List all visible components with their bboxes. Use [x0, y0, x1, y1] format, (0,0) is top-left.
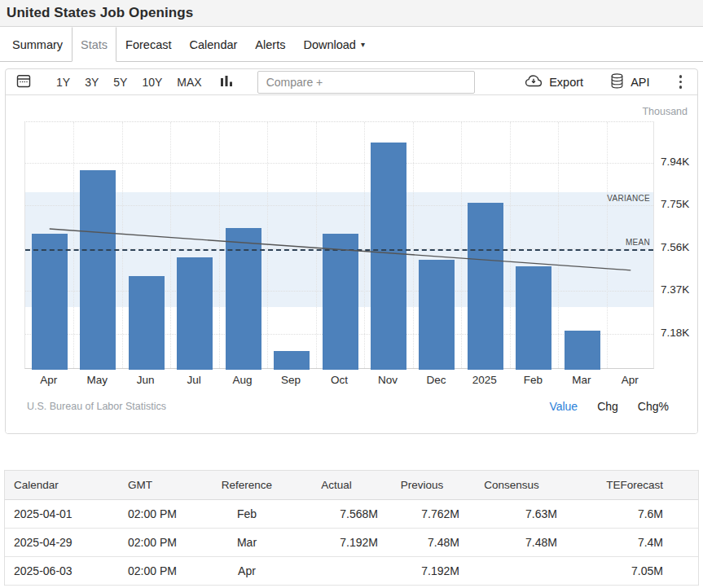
table-cell: Mar [205, 536, 295, 549]
tab-download[interactable]: Download▾ [294, 27, 374, 61]
page-title: United States Job Openings [7, 5, 193, 21]
tab-label: Alerts [255, 38, 285, 51]
calendar-icon [15, 72, 32, 91]
tab-bar: SummaryStatsForecastCalendarAlertsDownlo… [0, 27, 703, 62]
range-buttons: 1Y3Y5Y10YMAX [56, 76, 202, 89]
chart-footer: U.S. Bureau of Labor Statistics ValueChg… [27, 400, 669, 413]
cloud-download-icon [524, 72, 543, 91]
table-cell: 2025-06-03 [14, 564, 128, 577]
range-button-10y[interactable]: 10Y [142, 76, 162, 89]
y-tick-label: 7.18K [661, 327, 689, 339]
calendar-table: CalendarGMTReferenceActualPreviousConsen… [4, 470, 699, 586]
y-tick-label: 7.75K [661, 198, 689, 210]
tab-label: Summary [12, 38, 63, 51]
table-cell: 7.192M [295, 536, 384, 549]
table-header-cell: Reference [205, 479, 295, 491]
export-label: Export [549, 76, 583, 89]
tab-forecast[interactable]: Forecast [116, 27, 180, 61]
mode-link-value[interactable]: Value [549, 400, 578, 413]
table-header-row: CalendarGMTReferenceActualPreviousConsen… [5, 471, 698, 500]
chart-card: 1Y3Y5Y10YMAX Export [5, 68, 698, 434]
range-button-3y[interactable]: 3Y [85, 76, 99, 89]
x-label-feb: Feb [509, 374, 557, 386]
more-options-button[interactable] [676, 73, 686, 90]
chart-type-button[interactable] [220, 73, 233, 91]
range-button-1y[interactable]: 1Y [56, 76, 70, 89]
table-header-cell: GMT [128, 479, 205, 491]
y-tick-label: 7.56K [661, 241, 689, 253]
bar-chart-icon [220, 73, 233, 91]
mode-link-chgpct[interactable]: Chg% [638, 400, 669, 413]
tab-label: Calendar [190, 38, 238, 51]
x-label-oct: Oct [315, 374, 363, 386]
axis-unit-label: Thousand [642, 106, 688, 117]
range-button-5y[interactable]: 5Y [113, 76, 127, 89]
compare-input[interactable] [257, 71, 475, 94]
x-label-dec: Dec [412, 374, 460, 386]
api-button[interactable]: API [609, 72, 649, 92]
chart-toolbar: 1Y3Y5Y10YMAX Export [6, 69, 697, 95]
tab-label: Stats [81, 38, 108, 51]
date-range-picker-button[interactable] [15, 72, 32, 91]
table-cell: 02:00 PM [128, 564, 205, 577]
x-label-apr: Apr [24, 374, 72, 386]
kebab-icon [679, 75, 683, 89]
x-label-mar: Mar [557, 374, 605, 386]
source-attribution: U.S. Bureau of Labor Statistics [27, 401, 166, 412]
x-label-may: May [72, 374, 121, 386]
tab-stats[interactable]: Stats [72, 27, 116, 62]
x-label-jun: Jun [121, 374, 169, 386]
table-cell: 7.568M [295, 507, 384, 520]
table-row: 2025-04-2902:00 PMMar7.192M7.48M7.48M7.4… [5, 529, 698, 557]
table-cell: 2025-04-29 [14, 536, 128, 549]
table-cell: 7.63M [466, 507, 564, 520]
table-cell: 7.48M [466, 536, 564, 549]
table-cell: 02:00 PM [128, 507, 205, 520]
x-label-sep: Sep [266, 374, 314, 386]
table-cell: 7.48M [384, 536, 466, 549]
table-cell: 02:00 PM [128, 536, 205, 549]
table-cell: 7.192M [384, 564, 466, 577]
table-cell: 7.762M [384, 507, 466, 520]
tab-calendar[interactable]: Calendar [181, 27, 247, 61]
table-cell: Feb [205, 507, 295, 520]
range-button-max[interactable]: MAX [177, 76, 201, 89]
chart-area: Thousand VARIANCEMEAN 7.94K7.75K7.56K7.3… [6, 95, 697, 433]
mode-links: ValueChgChg% [549, 400, 669, 413]
table-header-cell: Actual [295, 479, 384, 491]
table-cell: Apr [205, 564, 295, 577]
api-label: API [631, 76, 649, 89]
table-header-cell: Previous [384, 479, 466, 491]
tab-alerts[interactable]: Alerts [246, 27, 294, 61]
x-label-aug: Aug [218, 374, 266, 386]
x-label-nov: Nov [363, 374, 411, 386]
plot-area: VARIANCEMEAN [24, 121, 654, 369]
database-icon [609, 72, 625, 92]
tab-label: Download [303, 38, 356, 51]
y-tick-label: 7.94K [661, 156, 689, 168]
table-cell: 7.05M [564, 564, 670, 577]
tab-label: Forecast [125, 38, 171, 51]
x-label-apr: Apr [606, 374, 654, 386]
x-label-jul: Jul [169, 374, 217, 386]
tab-summary[interactable]: Summary [3, 27, 72, 61]
table-row: 2025-04-0102:00 PMFeb7.568M7.762M7.63M7.… [5, 500, 698, 529]
table-header-cell: TEForecast [564, 479, 670, 491]
table-header-cell: Calendar [14, 479, 128, 491]
title-bar: United States Job Openings [0, 0, 703, 27]
toolbar-right-group: Export API [524, 72, 685, 92]
x-label-2025: 2025 [460, 374, 508, 386]
y-tick-label: 7.37K [661, 283, 689, 296]
export-button[interactable]: Export [524, 72, 583, 91]
caret-down-icon: ▾ [361, 40, 365, 49]
table-cell: 7.6M [564, 507, 670, 520]
table-cell: 2025-04-01 [14, 507, 128, 520]
trend-line [25, 122, 655, 370]
mode-link-chg[interactable]: Chg [597, 400, 618, 413]
table-header-cell: Consensus [466, 479, 564, 491]
table-cell: 7.4M [564, 536, 670, 549]
table-row: 2025-06-0302:00 PMApr7.192M7.05M [5, 557, 698, 586]
